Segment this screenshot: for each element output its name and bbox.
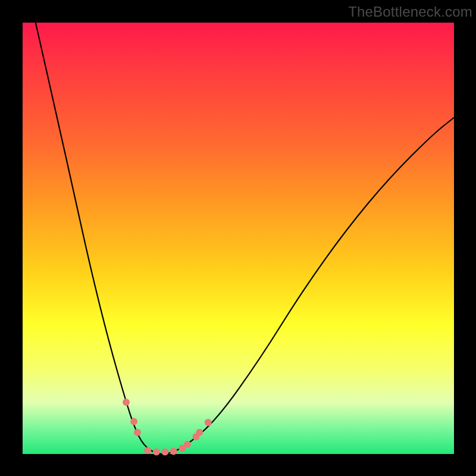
- curve-marker: [134, 429, 141, 436]
- curve-marker: [205, 419, 212, 426]
- plot-area: [23, 23, 454, 454]
- curve-marker: [153, 448, 160, 455]
- curve-marker: [144, 447, 151, 454]
- chart-container: TheBottleneck.com: [0, 0, 476, 476]
- watermark-text: TheBottleneck.com: [348, 4, 472, 20]
- curve-markers: [123, 399, 212, 455]
- curve-marker: [130, 418, 137, 425]
- curve-marker: [196, 429, 203, 436]
- curve-marker: [184, 441, 191, 448]
- curve-marker: [161, 448, 168, 455]
- curve-marker: [170, 448, 177, 455]
- bottleneck-curve: [36, 23, 454, 454]
- curve-marker: [123, 399, 130, 406]
- bottleneck-curve-path: [36, 23, 454, 454]
- curve-layer: [23, 23, 454, 454]
